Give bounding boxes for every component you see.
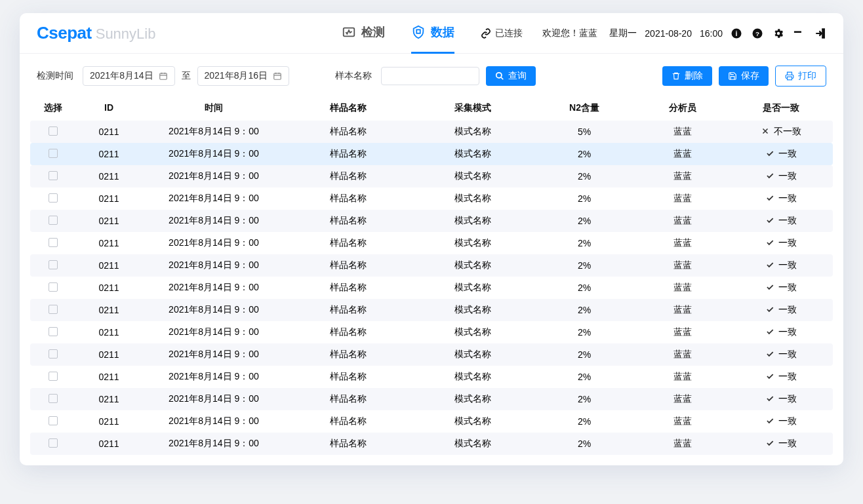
cell-name: 样品名称 <box>286 215 411 227</box>
cell-mode: 模式名称 <box>411 282 535 294</box>
row-checkbox[interactable] <box>49 193 58 203</box>
cell-match: 一致 <box>732 148 830 160</box>
cell-mode: 模式名称 <box>411 371 535 383</box>
settings-icon[interactable] <box>773 28 784 39</box>
cell-mode: 模式名称 <box>411 126 535 138</box>
cell-id: 0211 <box>76 193 142 204</box>
cell-time: 2021年8月14日 9：00 <box>142 215 286 227</box>
cell-name: 样品名称 <box>286 260 411 271</box>
search-button-label: 查询 <box>508 70 527 82</box>
col-name: 样品名称 <box>286 102 411 114</box>
cell-analyst: 蓝蓝 <box>633 237 732 249</box>
row-checkbox[interactable] <box>49 349 58 359</box>
logout-icon[interactable] <box>814 28 826 39</box>
brand: Csepat SunnyLib <box>37 23 155 43</box>
cell-id: 0211 <box>76 282 142 293</box>
connection-label: 已连接 <box>495 28 523 39</box>
row-checkbox[interactable] <box>49 282 58 292</box>
cell-id: 0211 <box>76 171 142 182</box>
row-checkbox[interactable] <box>49 260 58 269</box>
col-select: 选择 <box>30 102 76 114</box>
row-checkbox[interactable] <box>49 372 58 381</box>
check-icon <box>765 149 774 160</box>
cell-analyst: 蓝蓝 <box>633 260 732 271</box>
check-icon <box>765 305 774 316</box>
table-row[interactable]: 02112021年8月14日 9：00样品名称模式名称2%蓝蓝一致 <box>30 343 833 366</box>
table-row[interactable]: 02112021年8月14日 9：00样品名称模式名称2%蓝蓝一致 <box>30 321 833 343</box>
row-checkbox[interactable] <box>49 149 58 158</box>
match-label: 一致 <box>778 215 797 227</box>
row-checkbox[interactable] <box>49 238 58 247</box>
info-icon[interactable]: i <box>731 28 742 39</box>
minimize-icon[interactable]: − <box>793 28 805 39</box>
cell-n2: 2% <box>535 171 633 182</box>
date-to-input[interactable]: 2021年8月16日 <box>197 66 290 86</box>
row-checkbox[interactable] <box>49 126 58 136</box>
table-row[interactable]: 02112021年8月14日 9：00样品名称模式名称2%蓝蓝一致 <box>30 232 833 254</box>
cell-n2: 2% <box>535 282 633 293</box>
date-from-input[interactable]: 2021年8月14日 <box>83 66 175 86</box>
table-row[interactable]: 02112021年8月14日 9：00样品名称模式名称2%蓝蓝一致 <box>30 187 833 210</box>
table-row[interactable]: 02112021年8月14日 9：00样品名称模式名称2%蓝蓝一致 <box>30 410 833 433</box>
svg-rect-1 <box>417 29 421 33</box>
check-icon <box>765 438 774 450</box>
row-checkbox[interactable] <box>49 438 58 448</box>
cell-time: 2021年8月14日 9：00 <box>142 170 286 182</box>
table-header: 选择 ID 时间 样品名称 采集模式 N2含量 分析员 是否一致 <box>30 96 833 121</box>
table-row[interactable]: 02112021年8月14日 9：00样品名称模式名称2%蓝蓝一致 <box>30 388 833 410</box>
match-label: 一致 <box>778 438 797 450</box>
cell-time: 2021年8月14日 9：00 <box>142 349 286 360</box>
row-checkbox[interactable] <box>49 171 58 180</box>
col-analyst: 分析员 <box>633 102 732 114</box>
delete-button[interactable]: 删除 <box>662 66 712 86</box>
search-button[interactable]: 查询 <box>486 66 536 86</box>
cell-time: 2021年8月14日 9：00 <box>142 260 286 271</box>
cell-match: 一致 <box>732 371 830 383</box>
cell-name: 样品名称 <box>286 282 411 294</box>
cell-time: 2021年8月14日 9：00 <box>142 438 286 450</box>
save-button[interactable]: 保存 <box>719 66 769 86</box>
print-button[interactable]: 打印 <box>775 66 826 87</box>
row-checkbox[interactable] <box>49 305 58 314</box>
sample-name-input[interactable] <box>381 67 479 85</box>
cell-time: 2021年8月14日 9：00 <box>142 416 286 427</box>
table-row[interactable]: 02112021年8月14日 9：00样品名称模式名称2%蓝蓝一致 <box>30 143 833 165</box>
tab-detect[interactable]: 检测 <box>342 13 385 54</box>
cell-analyst: 蓝蓝 <box>633 126 732 138</box>
cell-name: 样品名称 <box>286 304 411 316</box>
match-label: 一致 <box>778 170 797 182</box>
cell-name: 样品名称 <box>286 349 411 360</box>
date-text: 2021-08-20 <box>645 28 692 39</box>
cell-analyst: 蓝蓝 <box>633 170 732 182</box>
table-row[interactable]: 02112021年8月14日 9：00样品名称模式名称2%蓝蓝一致 <box>30 366 833 388</box>
app-window: Csepat SunnyLib 检测 数据 已连接 欢迎您！蓝蓝 星期一 202… <box>20 13 843 465</box>
cell-time: 2021年8月14日 9：00 <box>142 237 286 249</box>
cell-mode: 模式名称 <box>411 237 535 249</box>
connection-status[interactable]: 已连接 <box>481 28 523 39</box>
table-row[interactable]: 02112021年8月14日 9：00样品名称模式名称5%蓝蓝不一致 <box>30 121 833 143</box>
match-label: 一致 <box>778 260 797 271</box>
match-label: 一致 <box>778 371 797 383</box>
svg-text:i: i <box>736 29 738 37</box>
save-icon <box>728 71 737 81</box>
table-row[interactable]: 02112021年8月14日 9：00样品名称模式名称2%蓝蓝一致 <box>30 165 833 187</box>
help-icon[interactable]: ? <box>752 28 763 39</box>
row-checkbox[interactable] <box>49 416 58 425</box>
tab-data[interactable]: 数据 <box>411 13 454 54</box>
cell-n2: 2% <box>535 193 633 204</box>
match-label: 一致 <box>778 349 797 360</box>
detect-icon <box>342 25 356 39</box>
table-row[interactable]: 02112021年8月14日 9：00样品名称模式名称2%蓝蓝一致 <box>30 433 833 455</box>
cell-name: 样品名称 <box>286 170 411 182</box>
table-row[interactable]: 02112021年8月14日 9：00样品名称模式名称2%蓝蓝一致 <box>30 277 833 299</box>
table-row[interactable]: 02112021年8月14日 9：00样品名称模式名称2%蓝蓝一致 <box>30 254 833 277</box>
date-to-value: 2021年8月16日 <box>205 70 268 82</box>
match-label: 一致 <box>778 304 797 316</box>
cell-mode: 模式名称 <box>411 148 535 160</box>
table-row[interactable]: 02112021年8月14日 9：00样品名称模式名称2%蓝蓝一致 <box>30 210 833 232</box>
table-row[interactable]: 02112021年8月14日 9：00样品名称模式名称2%蓝蓝一致 <box>30 299 833 321</box>
row-checkbox[interactable] <box>49 216 58 225</box>
row-checkbox[interactable] <box>49 394 58 403</box>
cell-mode: 模式名称 <box>411 193 535 204</box>
row-checkbox[interactable] <box>49 327 58 336</box>
